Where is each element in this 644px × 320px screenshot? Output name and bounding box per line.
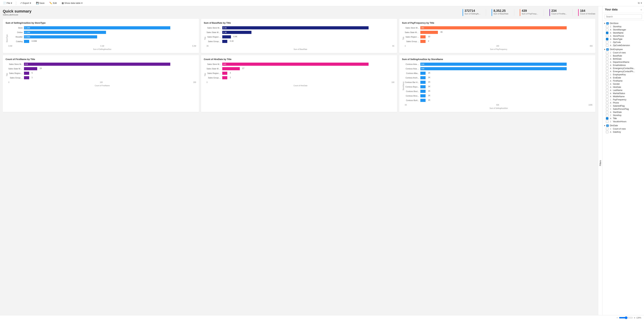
checkbox-2-1[interactable] xyxy=(606,131,608,133)
checkbox-0-2[interactable]: ✓ xyxy=(606,32,608,34)
checkbox-1-10[interactable] xyxy=(606,83,608,85)
filters-label: Filters xyxy=(599,160,602,166)
x-axis-label-2: Sum of PayFrequency xyxy=(405,48,592,50)
bar-label-1-0: Sales Store M... xyxy=(206,27,222,29)
sidebar-section-header-2[interactable]: ▼ ⊞ DimDate xyxy=(602,124,644,127)
export-icon: ↗ xyxy=(20,2,22,4)
sidebar-item-1-17[interactable]: Σ SalariedFlag xyxy=(602,104,644,108)
checkbox-1-16[interactable] xyxy=(606,102,608,104)
sidebar-item-1-4[interactable]: A EmailAddress xyxy=(602,64,644,67)
sidebar-item-0-0[interactable]: Σ StoreKey xyxy=(602,25,644,28)
checkbox-1-5[interactable] xyxy=(606,67,608,70)
filters-tab[interactable]: Filters xyxy=(598,6,602,320)
sidebar-item-1-21[interactable]: ✓ A Title xyxy=(602,117,644,120)
sidebar-item-0-1[interactable]: A StoreManager xyxy=(602,28,644,31)
y-axis-label-2: Title xyxy=(402,37,404,40)
sidebar-item-2-0[interactable]: Σ Count of rows xyxy=(602,127,644,130)
sidebar-section-header-0[interactable]: ▼ ⊞ DimStore xyxy=(602,22,644,25)
sidebar-item-1-18[interactable]: Σ SalesPersonFlag xyxy=(602,108,644,111)
sidebar-item-1-15[interactable]: Σ PayFrequency xyxy=(602,98,644,101)
sidebar-item-1-5[interactable]: A EmergencyContactNa... xyxy=(602,67,644,70)
text-icon-1-21: A xyxy=(610,117,612,120)
checkbox-1-2[interactable] xyxy=(606,58,608,60)
minimize-icon[interactable]: ⧉ xyxy=(638,2,640,5)
export-chevron: ▾ xyxy=(30,2,31,4)
sidebar-item-0-4[interactable]: ✓ A StoreType xyxy=(602,38,644,41)
checkbox-2-0[interactable] xyxy=(606,128,608,130)
bar-row-4-0: Sales Store M... 143 xyxy=(206,63,394,66)
save-btn[interactable]: 💾 Save xyxy=(35,2,46,5)
sidebar-item-1-9[interactable]: A FirstName xyxy=(602,79,644,82)
checkbox-1-1[interactable] xyxy=(606,55,608,57)
kpi-value-0: 372714 xyxy=(464,9,480,13)
sidebar-item-1-2[interactable]: A BirthDate xyxy=(602,57,644,61)
zoom-out-btn[interactable]: − xyxy=(616,316,618,319)
sidebar-item-1-19[interactable]: A StartDate xyxy=(602,111,644,114)
sidebar-item-0-3[interactable]: A StorePhone xyxy=(602,35,644,38)
checkbox-0-4[interactable]: ✓ xyxy=(606,38,608,40)
sidebar-item-label-2-0: Count of rows xyxy=(613,128,626,130)
sidebar-item-0-5[interactable]: Σ ZipCode xyxy=(602,41,644,44)
sidebar-item-1-11[interactable]: A HireDate xyxy=(602,86,644,89)
checkbox-1-9[interactable] xyxy=(606,80,608,82)
sidebar-item-1-6[interactable]: A EmergencyContactPh... xyxy=(602,70,644,73)
sidebar-item-1-12[interactable]: A LastName xyxy=(602,89,644,92)
checkbox-1-3[interactable] xyxy=(606,61,608,63)
checkbox-1-18[interactable] xyxy=(606,108,608,110)
sidebar-item-label-1-4: EmailAddress xyxy=(613,64,626,67)
checkbox-1-12[interactable] xyxy=(606,89,608,92)
file-menu[interactable]: 📄 File ▾ xyxy=(2,2,13,5)
bar-track-4-1: 17 xyxy=(222,67,394,70)
sidebar-collapse-btn[interactable]: ‹ xyxy=(641,8,642,11)
checkbox-1-15[interactable] xyxy=(606,98,608,101)
sidebar-section-header-1[interactable]: ▼ ⊞ DimEmployee xyxy=(602,48,644,51)
sidebar-item-1-1[interactable]: Σ BaseRate xyxy=(602,54,644,57)
checkbox-1-8[interactable] xyxy=(606,77,608,79)
sidebar-item-0-6[interactable]: A ZipCodeExtension xyxy=(602,44,644,47)
checkbox-1-6[interactable] xyxy=(606,70,608,73)
sidebar-item-1-14[interactable]: A MiddleName xyxy=(602,95,644,98)
kpi-bar-1 xyxy=(492,9,492,16)
checkbox-0-5[interactable] xyxy=(606,41,608,44)
checkbox-1-7[interactable] xyxy=(606,73,608,76)
sidebar-item-1-22[interactable]: Σ VacationHours xyxy=(602,120,644,123)
zoom-in-btn[interactable]: + xyxy=(634,316,635,319)
sidebar-item-1-13[interactable]: A MaritalStatus xyxy=(602,92,644,95)
export-btn[interactable]: ↗ Export ▾ xyxy=(19,2,32,5)
bar-row-4-2: Sales Region ... 4 xyxy=(206,72,394,75)
checkbox-1-17[interactable] xyxy=(606,105,608,107)
sidebar-item-0-2[interactable]: ✓ A StoreName xyxy=(602,31,644,35)
sidebar-item-1-10[interactable]: A Gender xyxy=(602,82,644,86)
sidebar-item-label-1-9: FirstName xyxy=(613,80,622,82)
sidebar-item-1-7[interactable]: Σ EmployeeKey xyxy=(602,73,644,76)
checkbox-1-21[interactable]: ✓ xyxy=(606,117,608,120)
checkbox-1-20[interactable] xyxy=(606,114,608,117)
expand-icon[interactable]: ▾ xyxy=(641,2,642,5)
checkbox-0-3[interactable] xyxy=(606,35,608,37)
checkbox-0-1[interactable] xyxy=(606,29,608,31)
checkbox-1-13[interactable] xyxy=(606,92,608,95)
chart-with-yaxis-1: Title Sales Store M... 6.6K Sales State … xyxy=(204,26,394,50)
sidebar-item-1-3[interactable]: A DepartmentName xyxy=(602,61,644,64)
checkbox-1-14[interactable] xyxy=(606,95,608,98)
sidebar-item-1-20[interactable]: Σ StoreKey xyxy=(602,114,644,117)
sidebar-item-1-8[interactable]: A EndDate xyxy=(602,76,644,79)
sidebar-item-2-1[interactable]: A DateKey xyxy=(602,130,644,134)
search-input[interactable] xyxy=(604,15,642,19)
checkbox-1-4[interactable] xyxy=(606,64,608,67)
checkbox-0-0[interactable] xyxy=(606,25,608,28)
sidebar-item-1-0[interactable]: Σ Count of rows xyxy=(602,51,644,54)
sidebar-item-1-16[interactable]: A Phone xyxy=(602,101,644,104)
checkbox-1-11[interactable] xyxy=(606,86,608,88)
checkbox-0-6[interactable] xyxy=(606,44,608,47)
checkbox-1-0[interactable] xyxy=(606,52,608,54)
bar-fill-4-2 xyxy=(222,72,228,75)
zoom-slider[interactable] xyxy=(619,316,633,319)
bar-value-2-3: 2 xyxy=(428,40,429,42)
checkbox-1-22[interactable] xyxy=(606,120,608,123)
show-data-table-btn[interactable]: ▦ Show data table ▾ xyxy=(61,2,84,5)
sigma-icon-1-1: Σ xyxy=(610,55,612,57)
bar-label-5-6: Contoso Boul... xyxy=(405,90,420,92)
edit-btn[interactable]: ✏️ Edit xyxy=(48,2,58,5)
checkbox-1-19[interactable] xyxy=(606,111,608,113)
